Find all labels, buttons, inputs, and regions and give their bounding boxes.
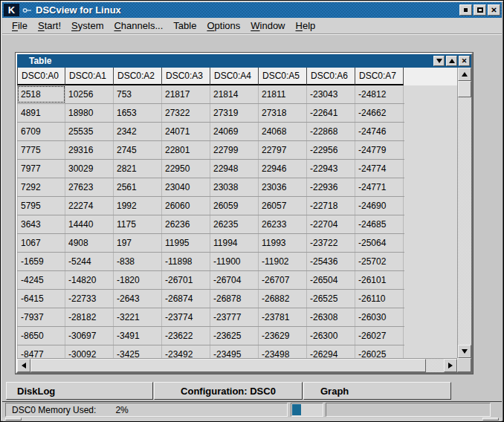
table-cell[interactable]: -23498 bbox=[259, 345, 307, 358]
menu-channels[interactable]: Channels... bbox=[109, 19, 168, 32]
table-cell[interactable]: -26878 bbox=[210, 290, 259, 308]
tab-disklog[interactable]: DiskLog bbox=[6, 382, 153, 400]
vertical-scrollbar-thumb[interactable] bbox=[458, 81, 471, 97]
table-cell[interactable]: -4245 bbox=[17, 271, 65, 289]
table-cell[interactable]: -7937 bbox=[17, 308, 65, 326]
table-cell[interactable]: -24662 bbox=[355, 104, 404, 122]
table-cell[interactable]: 4908 bbox=[65, 234, 114, 252]
table-cell[interactable]: 22948 bbox=[210, 160, 259, 178]
menu-table[interactable]: Table bbox=[168, 19, 201, 32]
column-header[interactable]: DSC0:A2 bbox=[114, 68, 162, 85]
table-cell[interactable]: -26025 bbox=[355, 345, 404, 358]
table-cell[interactable]: 22950 bbox=[162, 160, 210, 178]
table-cell[interactable]: 22946 bbox=[259, 160, 307, 178]
table-cell[interactable]: 27322 bbox=[162, 104, 210, 122]
column-header[interactable]: DSC0:A4 bbox=[210, 68, 259, 85]
table-cell[interactable]: -26030 bbox=[355, 308, 404, 326]
table-cell[interactable]: -25702 bbox=[355, 253, 404, 270]
table-cell[interactable]: 197 bbox=[114, 234, 162, 252]
table-cell[interactable]: -23495 bbox=[210, 345, 259, 358]
table-cell[interactable]: 10256 bbox=[65, 85, 114, 103]
table-cell[interactable]: 23038 bbox=[210, 178, 259, 196]
table-cell[interactable]: 26233 bbox=[259, 215, 307, 233]
shade-down-button[interactable] bbox=[433, 56, 445, 66]
table-cell[interactable]: -23043 bbox=[307, 85, 355, 103]
table-cell[interactable]: -11902 bbox=[259, 253, 307, 270]
horizontal-scrollbar-thumb[interactable] bbox=[30, 359, 426, 372]
table-cell[interactable]: -24774 bbox=[355, 160, 404, 178]
table-cell[interactable]: 23036 bbox=[259, 178, 307, 196]
table-cell[interactable]: -3425 bbox=[114, 345, 162, 358]
table-cell[interactable]: -24685 bbox=[355, 215, 404, 233]
table-cell[interactable]: -25436 bbox=[307, 253, 355, 270]
table-cell[interactable]: -26294 bbox=[307, 345, 355, 358]
table-cell[interactable]: 21814 bbox=[210, 85, 259, 103]
column-header[interactable]: DSC0:A6 bbox=[307, 68, 355, 85]
table-cell[interactable]: 21817 bbox=[162, 85, 210, 103]
table-cell[interactable]: -8650 bbox=[17, 327, 65, 345]
table-cell[interactable]: 22799 bbox=[210, 141, 259, 159]
table-cell[interactable]: -24771 bbox=[355, 178, 404, 196]
sticky-pin-icon[interactable] bbox=[22, 6, 32, 15]
table-cell[interactable]: 26060 bbox=[162, 197, 210, 215]
table-cell[interactable]: -6415 bbox=[17, 290, 65, 308]
table-cell[interactable]: 27623 bbox=[65, 178, 114, 196]
table-cell[interactable]: 1992 bbox=[114, 197, 162, 215]
table-cell[interactable]: -14820 bbox=[65, 271, 114, 289]
table-cell[interactable]: 7977 bbox=[17, 160, 65, 178]
column-header[interactable]: DSC0:A0 bbox=[17, 68, 65, 85]
titlebar[interactable]: K DSCview for Linux ✕ bbox=[2, 2, 502, 18]
table-cell[interactable]: -24746 bbox=[355, 123, 404, 140]
table-cell[interactable]: 24069 bbox=[210, 123, 259, 140]
table-cell[interactable]: -22956 bbox=[307, 141, 355, 159]
menu-help[interactable]: Help bbox=[291, 19, 321, 32]
table-cell[interactable]: -2643 bbox=[114, 290, 162, 308]
table-cell[interactable]: 11995 bbox=[162, 234, 210, 252]
table-cell[interactable]: 24071 bbox=[162, 123, 210, 140]
table-window-titlebar[interactable]: Table ✕ bbox=[17, 54, 471, 68]
menu-start[interactable]: Start! bbox=[33, 19, 66, 32]
table-cell[interactable]: -28182 bbox=[65, 308, 114, 326]
table-cell[interactable]: -11900 bbox=[210, 253, 259, 270]
table-cell[interactable]: -24812 bbox=[355, 85, 404, 103]
table-cell[interactable]: -1820 bbox=[114, 271, 162, 289]
scroll-down-button[interactable] bbox=[458, 345, 471, 358]
table-window-close-button[interactable]: ✕ bbox=[459, 56, 470, 66]
table-cell[interactable]: 11994 bbox=[210, 234, 259, 252]
table-cell[interactable]: 27318 bbox=[259, 104, 307, 122]
shade-up-button[interactable] bbox=[446, 56, 457, 66]
table-cell[interactable]: -22943 bbox=[307, 160, 355, 178]
table-cell[interactable]: 3643 bbox=[17, 215, 65, 233]
table-cell[interactable]: 26235 bbox=[210, 215, 259, 233]
table-cell[interactable]: 22274 bbox=[65, 197, 114, 215]
table-cell[interactable]: 7292 bbox=[17, 178, 65, 196]
table-cell[interactable]: -22936 bbox=[307, 178, 355, 196]
table-cell[interactable]: 1653 bbox=[114, 104, 162, 122]
table-cell[interactable]: -30697 bbox=[65, 327, 114, 345]
tab-graph[interactable]: Graph bbox=[303, 382, 451, 400]
table-cell[interactable]: -23492 bbox=[162, 345, 210, 358]
table-cell[interactable]: 26236 bbox=[162, 215, 210, 233]
maximize-button[interactable] bbox=[474, 4, 486, 16]
table-cell[interactable]: -5244 bbox=[65, 253, 114, 270]
table-cell[interactable]: -11898 bbox=[162, 253, 210, 270]
resize-grip-right[interactable] bbox=[482, 418, 499, 421]
table-cell[interactable]: 26057 bbox=[259, 197, 307, 215]
menu-system[interactable]: System bbox=[66, 19, 109, 32]
resize-grip-left[interactable] bbox=[5, 418, 22, 421]
table-cell[interactable]: 29316 bbox=[65, 141, 114, 159]
table-cell[interactable]: 24068 bbox=[259, 123, 307, 140]
table-cell[interactable]: 11993 bbox=[259, 234, 307, 252]
table-cell[interactable]: 7775 bbox=[17, 141, 65, 159]
table-cell[interactable]: -26110 bbox=[355, 290, 404, 308]
table-cell[interactable]: 22797 bbox=[259, 141, 307, 159]
table-cell[interactable]: -22718 bbox=[307, 197, 355, 215]
table-cell[interactable]: 14440 bbox=[65, 215, 114, 233]
vertical-scrollbar-track[interactable] bbox=[457, 68, 471, 358]
table-cell[interactable]: -23777 bbox=[210, 308, 259, 326]
table-cell[interactable]: 2745 bbox=[114, 141, 162, 159]
table-cell[interactable]: 6709 bbox=[17, 123, 65, 140]
table-cell[interactable]: -838 bbox=[114, 253, 162, 270]
table-cell[interactable]: 753 bbox=[114, 85, 162, 103]
table-cell[interactable]: 2561 bbox=[114, 178, 162, 196]
